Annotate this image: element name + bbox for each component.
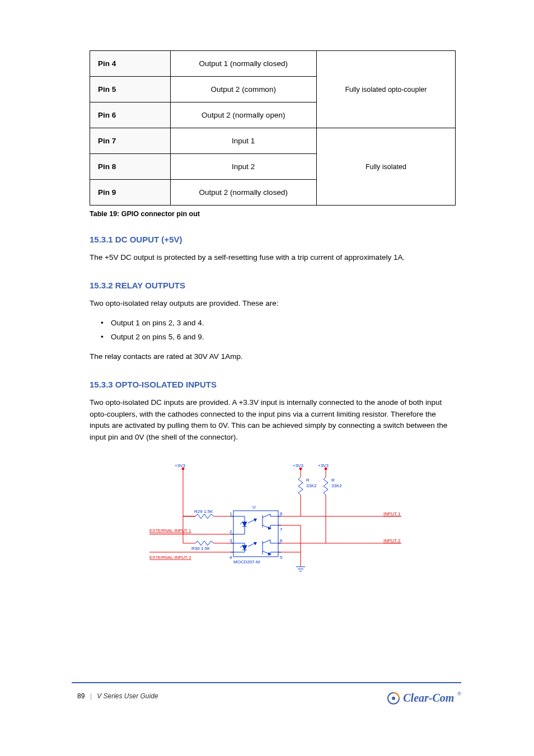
bullet-list: Output 1 on pins 2, 3 and 4. Output 2 on…	[101, 318, 456, 343]
svg-marker-53	[268, 552, 271, 556]
svg-line-33	[240, 522, 242, 524]
schematic-diagram: +3V3 +3V3 +3V3 R29 1.5K R30 1.5K R 33K2 …	[138, 460, 407, 589]
desc-cell: Fully isolated opto-coupler	[316, 51, 455, 128]
doc-name: V Series User Guide	[97, 692, 158, 700]
svg-rect-21	[233, 511, 278, 557]
table-row: Pin 7 Input 1 Fully isolated	[90, 128, 456, 154]
desc-cell: Fully isolated	[316, 128, 455, 206]
svg-marker-39	[268, 526, 271, 530]
svg-text:6: 6	[280, 538, 283, 543]
v33-label: +3V3	[318, 463, 329, 468]
page-footer: 89 | V Series User Guide	[77, 692, 158, 700]
svg-text:8: 8	[280, 511, 283, 516]
func-cell: Input 1	[170, 128, 316, 154]
svg-line-37	[263, 514, 270, 517]
logo-icon	[387, 692, 400, 704]
svg-marker-31	[242, 522, 247, 526]
svg-text:1: 1	[229, 511, 232, 516]
pin-cell: Pin 5	[90, 77, 171, 102]
brand-logo: Clear-Com ®	[387, 692, 461, 704]
svg-text:5: 5	[280, 555, 283, 560]
svg-line-34	[248, 520, 255, 523]
section-heading: 15.3.1 DC OUPUT (+5V)	[90, 235, 456, 244]
svg-line-48	[248, 543, 255, 547]
pin-cell: Pin 4	[90, 51, 171, 77]
pin-cell: Pin 6	[90, 102, 171, 128]
table-caption: Table 19: GPIO connector pin out	[90, 210, 456, 218]
body-text: The relay contacts are rated at 30V AV 1…	[90, 351, 456, 363]
svg-text:3: 3	[229, 538, 232, 543]
r29-label: R29 1.5K	[194, 509, 213, 514]
v33-label: +3V3	[175, 463, 185, 468]
section-heading: 15.3.2 RELAY OUTPUTS	[90, 281, 456, 290]
logo-text: Clear-Com	[403, 692, 454, 704]
r-label: R	[331, 478, 335, 483]
section-heading: 15.3.3 OPTO-ISOLATED INPUTS	[90, 380, 456, 389]
r30-label: R30 1.5K	[191, 546, 210, 551]
v33-label: +3V3	[293, 463, 303, 468]
pin-cell: Pin 9	[90, 180, 171, 206]
svg-point-74	[392, 697, 395, 700]
svg-line-47	[240, 545, 242, 548]
r-val: 33K2	[306, 483, 317, 488]
part-label: MOCD207-M	[233, 559, 260, 564]
pin-cell: Pin 7	[90, 128, 171, 154]
body-text: The +5V DC output is protected by a self…	[90, 252, 456, 264]
logo-r: ®	[457, 691, 461, 697]
func-cell: Output 1 (normally closed)	[170, 51, 316, 77]
pin-cell: Pin 8	[90, 154, 171, 180]
func-cell: Output 2 (normally open)	[170, 102, 316, 128]
body-text: Two opto-isolated DC inputs are provided…	[90, 397, 456, 444]
table-row: Pin 4 Output 1 (normally closed) Fully i…	[90, 51, 456, 77]
func-cell: Output 2 (normally closed)	[170, 180, 316, 206]
body-text: Two opto-isolated relay outputs are prov…	[90, 298, 456, 310]
svg-text:4: 4	[229, 555, 232, 560]
ext1-label: EXTERNAL INPUT 1	[149, 528, 191, 533]
pinout-table: Pin 4 Output 1 (normally closed) Fully i…	[90, 50, 456, 206]
u-label: U	[252, 505, 256, 510]
in2-label: INPUT 2	[383, 538, 401, 543]
svg-text:2: 2	[229, 529, 232, 534]
list-item: Output 1 on pins 2, 3 and 4.	[101, 318, 456, 329]
func-cell: Input 2	[170, 154, 316, 180]
page-number: 89	[77, 692, 85, 700]
ext2-label: EXTERNAL INPUT 2	[149, 555, 191, 560]
r-label: R	[306, 478, 310, 483]
footer-rule	[72, 682, 461, 683]
svg-line-51	[263, 540, 270, 543]
in1-label: INPUT 1	[383, 511, 401, 516]
r-val: 33K2	[331, 483, 342, 488]
svg-text:7: 7	[280, 527, 283, 532]
func-cell: Output 2 (common)	[170, 77, 316, 102]
svg-marker-45	[242, 545, 247, 550]
list-item: Output 2 on pins 5, 6 and 9.	[101, 332, 456, 343]
